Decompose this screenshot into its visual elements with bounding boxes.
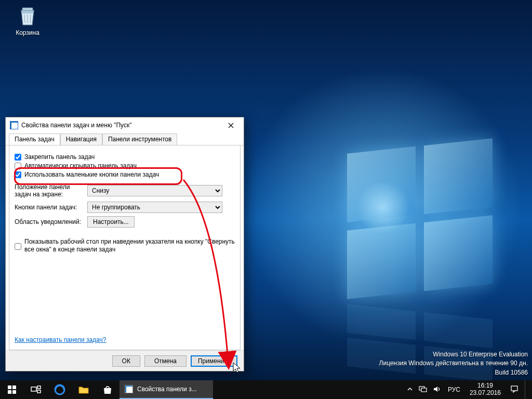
windows-watermark: Windows 10 Enterprise Evaluation Лицензи… — [379, 350, 528, 377]
tab-navigation[interactable]: Навигация — [60, 134, 102, 145]
svg-rect-7 — [37, 390, 41, 393]
tabs: Панель задач Навигация Панели инструмент… — [6, 133, 244, 145]
autohide-label: Автоматически скрывать панель задач — [24, 162, 137, 169]
cancel-button[interactable]: Отмена — [144, 355, 187, 367]
apply-button[interactable]: Применить — [191, 355, 237, 367]
taskbar-app-explorer[interactable] — [72, 380, 96, 399]
notify-customize-button[interactable]: Настроить... — [87, 216, 135, 228]
watermark-line3: Build 10586 — [379, 368, 528, 377]
position-label: Положение панели задач на экране: — [15, 183, 87, 198]
lock-taskbar-input[interactable] — [15, 154, 21, 161]
close-button[interactable] — [220, 118, 242, 132]
svg-rect-0 — [22, 8, 33, 10]
peek-input[interactable] — [15, 239, 21, 254]
svg-rect-3 — [8, 390, 11, 394]
buttons-label: Кнопки панели задач: — [15, 204, 87, 211]
autohide-input[interactable] — [15, 163, 21, 169]
tab-taskbar[interactable]: Панель задач — [9, 134, 60, 145]
svg-rect-1 — [8, 385, 11, 389]
tray-network-icon[interactable] — [419, 385, 427, 394]
dialog-footer: ОК Отмена Применить — [6, 350, 244, 371]
small-buttons-input[interactable] — [15, 171, 21, 178]
lock-taskbar-checkbox[interactable]: Закрепить панель задач — [15, 153, 235, 161]
lock-taskbar-label: Закрепить панель задач — [24, 153, 95, 161]
recycle-bin-label: Корзина — [9, 29, 46, 36]
tab-toolbars[interactable]: Панели инструментов — [102, 134, 177, 145]
start-button[interactable] — [0, 380, 24, 399]
tray-clock[interactable]: 16:19 23.07.2016 — [467, 382, 504, 397]
taskbar-app-store[interactable] — [96, 380, 119, 399]
svg-rect-4 — [12, 390, 16, 394]
taskbar-properties-dialog: Свойства панели задач и меню "Пуск" Пане… — [5, 117, 244, 371]
watermark-line2: Лицензия Windows действительна в течение… — [379, 359, 528, 368]
tray-volume-icon[interactable] — [433, 385, 442, 394]
task-view-button[interactable] — [24, 380, 48, 399]
recycle-bin-icon[interactable]: Корзина — [9, 4, 46, 36]
trash-icon — [16, 4, 39, 27]
tray-date: 23.07.2016 — [470, 390, 501, 397]
desktop: Корзина Свойства панели задач и меню "Пу… — [0, 0, 532, 399]
svg-rect-10 — [421, 388, 427, 392]
peek-label: Показывать рабочий стол при наведении ук… — [24, 238, 235, 254]
system-tray: РУС 16:19 23.07.2016 — [403, 380, 532, 399]
svg-rect-5 — [31, 387, 36, 391]
tray-chevron-up-icon[interactable] — [407, 386, 413, 393]
tray-time: 16:19 — [470, 382, 501, 390]
tab-body-taskbar: Закрепить панель задач Автоматически скр… — [9, 145, 241, 350]
svg-rect-2 — [12, 385, 16, 389]
ok-button[interactable]: ОК — [112, 355, 140, 367]
show-desktop-button[interactable] — [525, 380, 528, 399]
taskbar-running-label: Свойства панели з... — [137, 385, 197, 393]
dialog-title: Свойства панели задач и меню "Пуск" — [21, 122, 220, 129]
position-select[interactable]: Снизу — [87, 185, 222, 196]
tray-action-center-icon[interactable] — [510, 385, 518, 395]
help-link[interactable]: Как настраивать панели задач? — [15, 336, 106, 343]
svg-rect-11 — [511, 386, 517, 391]
wallpaper-windows-logo — [347, 138, 493, 299]
watermark-line1: Windows 10 Enterprise Evaluation — [379, 350, 528, 359]
small-buttons-label: Использовать маленькие кнопки панели зад… — [24, 171, 159, 178]
tray-language[interactable]: РУС — [448, 386, 460, 393]
autohide-checkbox[interactable]: Автоматически скрывать панель задач — [15, 162, 235, 169]
notify-label: Область уведомлений: — [15, 218, 87, 225]
small-buttons-checkbox[interactable]: Использовать маленькие кнопки панели зад… — [15, 171, 235, 178]
taskbar-running-properties[interactable]: Свойства панели з... — [119, 380, 213, 399]
dialog-icon — [10, 121, 18, 129]
svg-rect-6 — [37, 386, 41, 389]
taskbar-running-icon — [125, 385, 133, 393]
buttons-select[interactable]: Не группировать — [87, 202, 222, 213]
taskbar-app-edge[interactable] — [48, 380, 72, 399]
taskbar: Свойства панели з... РУС 16:19 23.07.201… — [0, 380, 532, 399]
peek-checkbox[interactable]: Показывать рабочий стол при наведении ук… — [15, 238, 235, 254]
titlebar[interactable]: Свойства панели задач и меню "Пуск" — [6, 117, 244, 133]
